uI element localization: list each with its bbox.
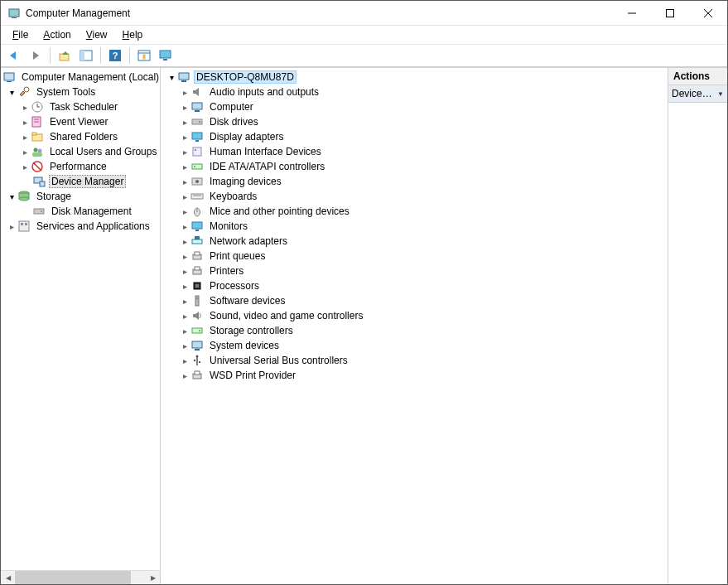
scroll-left-icon[interactable]: ◀ [1,571,15,585]
tree-storage[interactable]: ▾ Storage [1,189,160,204]
forward-button[interactable] [26,46,46,65]
expander-icon[interactable]: ▸ [179,101,190,113]
expander-icon[interactable]: ▸ [179,280,190,292]
svg-rect-79 [199,361,200,363]
actions-item[interactable]: Device Ma... ▼ [668,85,727,103]
device-category[interactable]: ▸Imaging devices [161,174,668,189]
svg-rect-37 [34,209,44,214]
expander-icon[interactable]: ▸ [179,325,190,336]
tree-system-tools[interactable]: ▾ System Tools [1,85,160,99]
device-category[interactable]: ▸Monitors [161,219,668,234]
horizontal-scrollbar[interactable]: ◀ ▶ [1,570,160,584]
device-category[interactable]: ▸Print queues [161,249,668,263]
expander-icon[interactable]: ▸ [179,131,190,143]
tree-task-scheduler[interactable]: ▸ Task Scheduler [1,99,160,114]
expander-icon[interactable]: ▸ [179,355,190,366]
tree-performance[interactable]: ▸ Performance [1,159,160,174]
expander-icon[interactable]: ▸ [179,161,190,172]
expander-icon[interactable]: ▾ [6,86,17,98]
printq-icon [190,249,204,263]
expander-icon[interactable]: ▸ [179,205,190,217]
svg-point-28 [38,149,42,153]
svg-rect-16 [4,73,14,80]
menu-help[interactable]: Help [116,27,150,42]
device-tree[interactable]: ▾ DESKTOP-Q8MU87D ▸Audio inputs and outp… [161,68,668,584]
scroll-right-icon[interactable]: ▶ [146,571,160,585]
device-root[interactable]: ▾ DESKTOP-Q8MU87D [161,70,668,85]
expander-icon[interactable]: ▸ [179,146,190,157]
scroll-thumb[interactable] [15,571,131,584]
close-button[interactable] [689,1,727,25]
expander-icon[interactable]: ▸ [179,176,190,187]
expander-icon[interactable]: ▸ [19,131,31,143]
tree-root[interactable]: Computer Management (Local) [1,70,160,85]
device-category[interactable]: ▸Mice and other pointing devices [161,204,668,219]
device-category[interactable]: ▸WSD Print Provider [161,368,668,383]
expander-icon[interactable]: ▸ [179,116,190,128]
device-category[interactable]: ▸Printers [161,263,668,278]
cpu-icon [190,279,204,292]
back-button[interactable] [4,46,24,65]
expander-icon[interactable]: ▸ [179,220,190,232]
expander-icon[interactable]: ▸ [179,191,190,202]
expander-icon[interactable]: ▸ [179,235,190,247]
maximize-button[interactable] [651,1,689,25]
scroll-track[interactable] [15,571,146,584]
expander-icon[interactable]: ▸ [179,370,190,381]
expander-icon[interactable]: ▸ [19,146,31,157]
expander-icon[interactable]: ▸ [179,295,190,307]
computer-icon [177,70,190,84]
device-category[interactable]: ▸Computer [161,99,668,114]
computer-mgmt-icon [2,70,16,84]
expander-icon[interactable]: ▸ [19,161,31,172]
device-category-label: Universal Serial Bus controllers [207,354,350,367]
help-button[interactable]: ? [105,46,125,65]
tree-local-users[interactable]: ▸ Local Users and Groups [1,144,160,159]
tree-services-apps[interactable]: ▸ Services and Applications [1,219,160,234]
titlebar: Computer Management [1,1,727,26]
expander-icon[interactable]: ▸ [6,220,17,232]
properties-button[interactable] [134,46,154,65]
expander-icon[interactable]: ▸ [179,86,190,98]
device-category[interactable]: ▸Human Interface Devices [161,144,668,159]
svg-rect-42 [179,73,189,80]
users-icon [31,145,44,158]
device-category[interactable]: ▸Sound, video and game controllers [161,308,668,323]
show-hide-tree-button[interactable] [76,46,96,65]
tree-event-viewer[interactable]: ▸ Event Viewer [1,114,160,129]
expander-icon[interactable]: ▸ [179,250,190,262]
device-category[interactable]: ▸Keyboards [161,189,668,204]
up-button[interactable] [55,46,75,65]
device-category[interactable]: ▸Display adapters [161,129,668,144]
device-category[interactable]: ▸System devices [161,338,668,353]
tree-disk-management[interactable]: Disk Management [1,204,160,219]
tree-device-manager[interactable]: Device Manager [1,174,160,189]
device-category[interactable]: ▸Disk drives [161,114,668,129]
monitor-button[interactable] [156,46,176,65]
expander-icon[interactable]: ▾ [166,71,177,83]
device-category-label: WSD Print Provider [207,369,298,382]
expander-icon[interactable]: ▸ [19,116,31,128]
expander-icon[interactable]: ▾ [6,191,17,202]
svg-rect-74 [192,341,202,348]
console-tree[interactable]: Computer Management (Local) ▾ System Too… [1,68,160,570]
minimize-button[interactable] [613,1,651,25]
expander-icon[interactable]: ▸ [179,340,190,351]
expander-icon[interactable]: ▸ [19,101,31,113]
svg-rect-61 [195,230,199,231]
device-category[interactable]: ▸Audio inputs and outputs [161,85,668,99]
svg-point-77 [196,355,199,358]
menu-view[interactable]: View [80,27,114,42]
device-category[interactable]: ▸Storage controllers [161,323,668,338]
expander-icon[interactable]: ▸ [179,310,190,322]
device-category[interactable]: ▸Processors [161,278,668,293]
device-category[interactable]: ▸IDE ATA/ATAPI controllers [161,159,668,174]
device-category[interactable]: ▸Universal Serial Bus controllers [161,353,668,368]
menu-action[interactable]: Action [36,27,77,42]
menu-file[interactable]: File [6,27,35,42]
tree-shared-folders[interactable]: ▸ Shared Folders [1,129,160,144]
device-category[interactable]: ▸Software devices [161,293,668,308]
svg-rect-29 [32,152,42,157]
expander-icon[interactable]: ▸ [179,265,190,277]
device-category[interactable]: ▸Network adapters [161,234,668,249]
